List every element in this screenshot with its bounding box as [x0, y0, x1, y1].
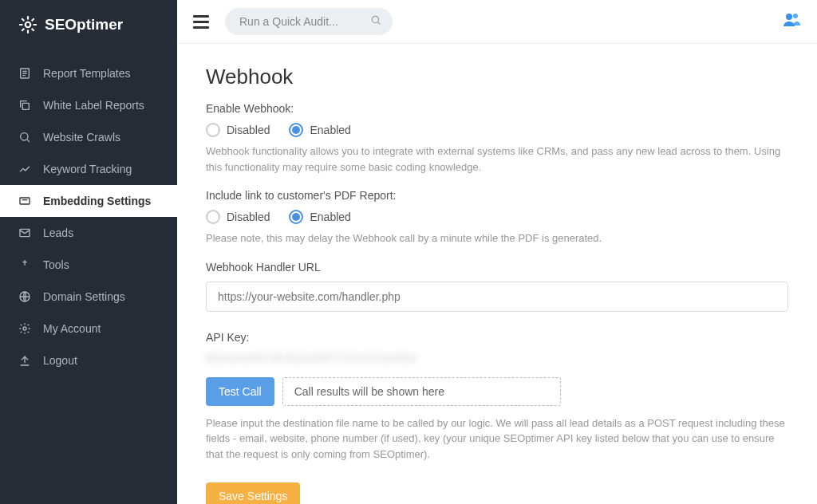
sidebar-item-leads[interactable]: Leads: [0, 217, 177, 249]
logo-icon: [18, 14, 38, 35]
sidebar-item-my-account[interactable]: My Account: [0, 313, 177, 345]
radio-unchecked-icon: [206, 123, 220, 137]
users-icon[interactable]: [782, 10, 801, 33]
tool-icon: [18, 258, 32, 271]
svg-point-9: [786, 14, 792, 20]
sidebar-item-white-label-reports[interactable]: White Label Reports: [0, 89, 177, 121]
logout-icon: [18, 354, 32, 367]
globe-icon: [18, 290, 32, 303]
pdf-report-enabled-option[interactable]: Enabled: [289, 210, 350, 224]
sidebar-item-label: Website Crawls: [43, 131, 120, 144]
layout-icon: [18, 195, 32, 207]
sidebar-item-label: Report Templates: [43, 67, 130, 80]
sidebar-item-label: Leads: [43, 226, 73, 239]
gear-icon: [18, 322, 32, 335]
sidebar-item-label: My Account: [43, 322, 101, 335]
sidebar-item-tools[interactable]: Tools: [0, 249, 177, 281]
handler-url-label: Webhook Handler URL: [206, 261, 788, 274]
document-icon: [18, 67, 32, 80]
sidebar: SEOptimer Report Templates White Label R…: [0, 0, 177, 504]
enable-webhook-enabled-option[interactable]: Enabled: [289, 123, 350, 137]
radio-label: Disabled: [227, 124, 270, 136]
search-icon: [370, 14, 381, 29]
sidebar-item-logout[interactable]: Logout: [0, 345, 177, 376]
chart-icon: [18, 163, 32, 175]
hamburger-icon[interactable]: [193, 15, 209, 29]
copy-icon: [18, 99, 32, 112]
sidebar-nav: Report Templates White Label Reports Web…: [0, 57, 177, 376]
svg-point-0: [26, 22, 31, 28]
content: Webhook Enable Webhook: Disabled Enabled…: [177, 44, 817, 504]
search-wrap: [225, 8, 393, 35]
sidebar-item-label: Keyword Tracking: [43, 163, 132, 175]
sidebar-item-domain-settings[interactable]: Domain Settings: [0, 281, 177, 313]
page-title: Webhook: [206, 65, 788, 89]
sidebar-item-keyword-tracking[interactable]: Keyword Tracking: [0, 153, 177, 185]
sidebar-item-embedding-settings[interactable]: Embedding Settings: [0, 185, 177, 217]
pdf-report-label: Include link to customer's PDF Report:: [206, 189, 788, 202]
sidebar-item-label: Logout: [43, 354, 77, 367]
radio-label: Enabled: [310, 124, 350, 136]
svg-point-8: [372, 16, 378, 22]
svg-point-10: [793, 14, 798, 18]
radio-label: Enabled: [310, 211, 350, 223]
radio-checked-icon: [289, 210, 303, 224]
radio-checked-icon: [289, 123, 303, 137]
enable-webhook-label: Enable Webhook:: [206, 102, 788, 115]
search-icon: [18, 131, 32, 144]
svg-point-3: [21, 133, 28, 140]
logo-text: SEOptimer: [45, 16, 123, 33]
destination-helper: Please input the destination file name t…: [206, 415, 788, 463]
svg-point-7: [23, 327, 26, 330]
pdf-report-helper: Please note, this may delay the Webhook …: [206, 230, 788, 246]
sidebar-item-website-crawls[interactable]: Website Crawls: [0, 121, 177, 153]
pdf-report-radio-group: Disabled Enabled: [206, 210, 788, 224]
test-call-result: Call results will be shown here: [282, 377, 561, 406]
main: Webhook Enable Webhook: Disabled Enabled…: [177, 0, 817, 504]
radio-label: Disabled: [227, 211, 270, 223]
pdf-report-disabled-option[interactable]: Disabled: [206, 210, 270, 224]
sidebar-item-report-templates[interactable]: Report Templates: [0, 57, 177, 89]
sidebar-item-label: Tools: [43, 258, 69, 271]
mail-icon: [18, 226, 32, 239]
topbar: [177, 0, 817, 44]
handler-url-input[interactable]: [206, 282, 788, 312]
svg-rect-4: [20, 198, 30, 204]
sidebar-item-label: Domain Settings: [43, 290, 125, 303]
sidebar-item-label: White Label Reports: [43, 99, 144, 112]
svg-rect-2: [22, 103, 29, 109]
test-call-button[interactable]: Test Call: [206, 377, 274, 406]
test-call-row: Test Call Call results will be shown her…: [206, 377, 561, 406]
api-key-label: API Key:: [206, 331, 788, 344]
save-settings-button[interactable]: Save Settings: [206, 482, 300, 504]
enable-webhook-disabled-option[interactable]: Disabled: [206, 123, 270, 137]
radio-unchecked-icon: [206, 210, 220, 224]
api-key-value: BdeaedeBC3f13b25ZbfT1S2c315anbb4: [206, 352, 788, 364]
search-input[interactable]: [225, 8, 393, 35]
enable-webhook-radio-group: Disabled Enabled: [206, 123, 788, 137]
sidebar-item-label: Embedding Settings: [43, 195, 151, 207]
enable-webhook-helper: Webhook functionality allows you to inte…: [206, 144, 788, 175]
logo[interactable]: SEOptimer: [0, 0, 177, 49]
